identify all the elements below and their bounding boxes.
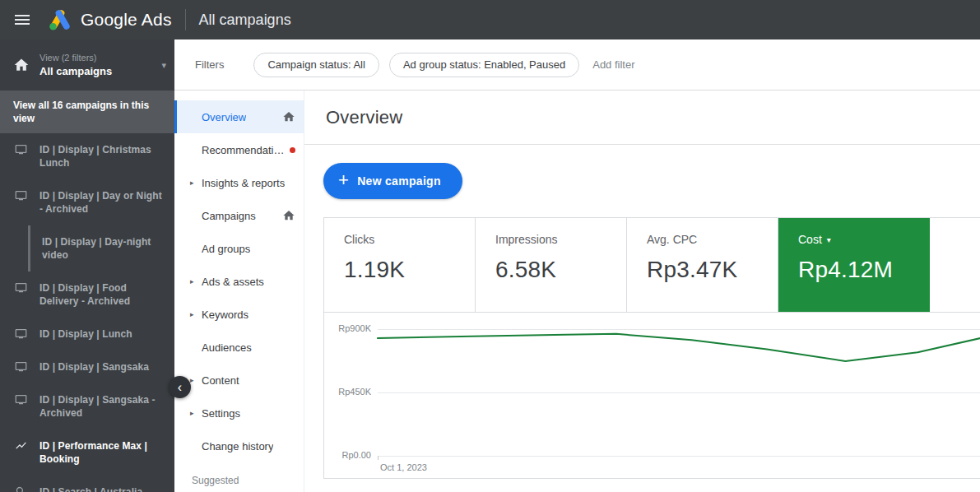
scorecard-impressions[interactable]: Impressions ▾ 6.58K: [476, 218, 627, 312]
subnav-item-label: Ads & assets: [202, 276, 264, 288]
campaign-label: ID | Search | Australia: [39, 485, 142, 492]
chart-x-tick: Oct 1, 2023: [380, 462, 427, 472]
subnav-item-label: Ad groups: [202, 243, 250, 255]
subnav-section-suggested: Suggested: [174, 464, 304, 492]
campaign-label: ID | Display | Lunch: [39, 327, 132, 341]
chart-y-tick: Rp450K: [324, 387, 371, 397]
display-campaign-icon: [15, 281, 28, 295]
campaign-label: ID | Display | Sangsaka - Archived: [39, 393, 165, 420]
filter-chips: Campaign status: All Ad group status: En…: [253, 53, 579, 77]
chart-gridline: [378, 392, 980, 393]
subnav-item-label: Keywords: [202, 309, 248, 321]
campaign-label: ID | Display | Day-night video: [42, 235, 165, 262]
campaign-list-item[interactable]: ID | Search | Australia: [0, 476, 174, 492]
google-ads-logo-icon[interactable]: [48, 7, 72, 32]
chart-x-tickmark: [378, 456, 379, 460]
subnav-item-label: Campaigns: [202, 210, 256, 222]
overview-card: Clicks ▾ 1.19K Impressions ▾ 6.58K Avg. …: [323, 217, 980, 479]
topbar: Google Ads All campaigns: [0, 0, 980, 39]
subnav-item-insights-reports[interactable]: ▸ Insights & reports: [174, 166, 304, 199]
chart-gridline: [378, 329, 980, 330]
campaign-list: ID | Display | Christmas Lunch ID | Disp…: [0, 133, 174, 492]
subnav-item-label: Recommendations: [202, 144, 288, 156]
subnav-item-settings[interactable]: ▸ Settings: [174, 397, 304, 429]
page-header: Overview: [304, 91, 980, 145]
notification-dot: [290, 147, 295, 153]
campaign-list-item[interactable]: ID | Performance Max | Booking: [0, 429, 174, 476]
subnav-item-campaigns[interactable]: ▸ Campaigns: [174, 199, 304, 232]
menu-icon[interactable]: [15, 15, 30, 25]
scorecard-value: Rp3.47K: [647, 257, 778, 283]
chevron-right-icon: ▸: [190, 376, 194, 384]
campaign-list-item[interactable]: ID | Display | Day or Night - Archived: [0, 179, 174, 225]
subnav-item-label: Audiences: [202, 341, 252, 354]
filters-label: Filters: [195, 58, 224, 71]
subnav-item-label: Content: [202, 374, 239, 387]
subnav-item-label: Insights & reports: [202, 177, 285, 189]
chart-y-tick: Rp0.00: [324, 450, 371, 460]
new-campaign-label: New campaign: [357, 174, 441, 188]
campaign-list-item[interactable]: ID | Display | Food Delivery - Archived: [0, 272, 174, 318]
add-filter-button[interactable]: Add filter: [592, 58, 634, 71]
subnav-item-label: Overview: [202, 111, 246, 123]
scorecard-row: Clicks ▾ 1.19K Impressions ▾ 6.58K Avg. …: [324, 218, 980, 313]
filter-chip-label: Ad group status: Enabled, Paused: [403, 58, 565, 71]
performance-max-campaign-icon: [15, 439, 28, 453]
home-icon: [282, 110, 295, 123]
scorecard-label: Clicks: [344, 233, 374, 246]
chevron-right-icon: ▸: [190, 179, 194, 187]
campaign-list-item[interactable]: ID | Display | Lunch: [0, 318, 174, 350]
page-subnav: ▸ Overview ▸ Recommendations ▸ Insights …: [174, 91, 304, 492]
subnav-item-keywords[interactable]: ▸ Keywords: [174, 298, 304, 331]
subnav-item-content[interactable]: ▸ Content: [174, 364, 304, 397]
subnav-item-ads-assets[interactable]: ▸ Ads & assets: [174, 265, 304, 298]
chevron-right-icon: ▸: [190, 409, 194, 417]
campaign-label: ID | Display | Sangsaka: [39, 360, 149, 374]
main-content: Overview + New campaign Clicks ▾ 1.19K I…: [304, 91, 980, 492]
scorecard-cost[interactable]: Cost ▾ Rp4.12M: [778, 218, 930, 312]
display-campaign-icon: [15, 189, 28, 202]
scorecard-value: 6.58K: [495, 257, 626, 283]
scorecard-label: Avg. CPC: [647, 233, 697, 246]
display-campaign-icon: [15, 360, 28, 374]
scorecard-value: 1.19K: [344, 257, 475, 283]
campaign-list-item[interactable]: ID | Display | Day-night video: [28, 225, 174, 272]
display-campaign-icon: [15, 393, 28, 406]
campaign-list-item[interactable]: ID | Display | Christmas Lunch: [0, 133, 174, 179]
google-ads-app: Google Ads All campaigns View (2 filters…: [0, 0, 980, 492]
cost-chart: Oct 1, 2023 Rp900KRp450KRp0.00: [324, 313, 980, 478]
filter-chip-ad-group-status-enabled-paused[interactable]: Ad group status: Enabled, Paused: [389, 53, 579, 77]
scorecard-value: Rp4.12M: [798, 257, 929, 283]
subnav-item-change-history[interactable]: ▸ Change history: [174, 429, 304, 462]
new-campaign-button[interactable]: + New campaign: [323, 163, 462, 199]
scorecard-label: Cost: [798, 233, 822, 246]
view-name: All campaigns: [39, 65, 156, 77]
subnav-item-audiences[interactable]: ▸ Audiences: [174, 331, 304, 364]
scorecard-clicks[interactable]: Clicks ▾ 1.19K: [324, 218, 476, 312]
campaign-label: ID | Display | Day or Night - Archived: [39, 189, 165, 216]
scorecard-avg-cpc[interactable]: Avg. CPC ▾ Rp3.47K: [627, 218, 778, 312]
campaign-list-item[interactable]: ID | Display | Sangsaka: [0, 350, 174, 383]
campaign-label: ID | Performance Max | Booking: [39, 439, 165, 466]
plus-icon: +: [338, 171, 349, 189]
subnav-item-recommendations[interactable]: ▸ Recommendations: [174, 133, 304, 166]
view-summary-header: View all 16 campaigns in this view: [0, 91, 174, 133]
subnav-item-overview[interactable]: ▸ Overview: [174, 100, 304, 133]
subnav-item-ad-groups[interactable]: ▸ Ad groups: [174, 232, 304, 265]
chart-gridline: [378, 456, 980, 457]
topbar-divider: [185, 9, 186, 30]
campaign-sidebar: View (2 filters) All campaigns ▾ View al…: [0, 39, 174, 492]
display-campaign-icon: [15, 143, 28, 156]
scorecard-label: Impressions: [495, 233, 557, 246]
chart-y-tick: Rp900K: [324, 323, 371, 333]
view-filters-label: View (2 filters): [39, 53, 156, 63]
display-campaign-icon: [15, 327, 28, 341]
view-switcher[interactable]: View (2 filters) All campaigns ▾: [0, 39, 174, 91]
filter-bar: Filters Campaign status: All Ad group st…: [174, 39, 980, 91]
collapse-sidebar-button[interactable]: ‹: [169, 376, 191, 398]
chevron-right-icon: ▸: [190, 277, 194, 285]
home-icon: [13, 57, 30, 73]
campaign-list-item[interactable]: ID | Display | Sangsaka - Archived: [0, 383, 174, 429]
filter-chip-campaign-status-all[interactable]: Campaign status: All: [253, 53, 379, 77]
chevron-down-icon: ▾: [161, 60, 166, 71]
